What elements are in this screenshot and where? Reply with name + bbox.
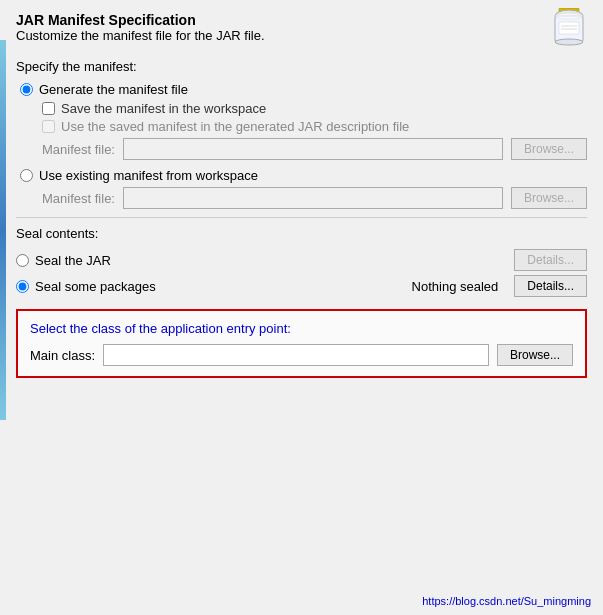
manifest-file-row-1: Manifest file: Browse... xyxy=(42,138,587,160)
save-manifest-label[interactable]: Save the manifest in the workspace xyxy=(61,101,266,116)
save-manifest-checkbox-row[interactable]: Save the manifest in the workspace xyxy=(42,101,587,116)
manifest-file-input-2[interactable] xyxy=(123,187,503,209)
seal-packages-right: Nothing sealed Details... xyxy=(412,275,587,297)
seal-packages-row: Seal some packages Nothing sealed Detail… xyxy=(16,275,587,297)
page-title: JAR Manifest Specification xyxy=(16,12,265,28)
header-title: JAR Manifest Specification Customize the… xyxy=(16,12,265,55)
seal-packages-details-button[interactable]: Details... xyxy=(514,275,587,297)
manifest-file-input-1[interactable] xyxy=(123,138,503,160)
jar-icon xyxy=(551,8,587,50)
seal-contents-label: Seal contents: xyxy=(16,226,587,241)
specify-manifest-label: Specify the manifest: xyxy=(16,59,587,74)
specify-manifest-section: Specify the manifest: Generate the manif… xyxy=(16,59,587,209)
browse-button-2[interactable]: Browse... xyxy=(511,187,587,209)
main-class-browse-button[interactable]: Browse... xyxy=(497,344,573,366)
main-class-input[interactable] xyxy=(103,344,489,366)
use-existing-manifest-option[interactable]: Use existing manifest from workspace xyxy=(20,168,587,183)
left-accent xyxy=(0,40,6,420)
entry-point-label: Select the class of the application entr… xyxy=(30,321,573,336)
use-saved-label: Use the saved manifest in the generated … xyxy=(61,119,409,134)
svg-rect-5 xyxy=(559,22,579,34)
main-class-row: Main class: Browse... xyxy=(30,344,573,366)
use-existing-manifest-label[interactable]: Use existing manifest from workspace xyxy=(39,168,258,183)
seal-contents-section: Seal contents: Seal the JAR Details... S… xyxy=(16,226,587,297)
seal-jar-label[interactable]: Seal the JAR xyxy=(35,253,111,268)
seal-packages-left[interactable]: Seal some packages xyxy=(16,279,156,294)
manifest-radio-group: Generate the manifest file Save the mani… xyxy=(20,82,587,209)
seal-packages-label[interactable]: Seal some packages xyxy=(35,279,156,294)
manifest-file-label-2: Manifest file: xyxy=(42,191,115,206)
seal-jar-row: Seal the JAR Details... xyxy=(16,249,587,271)
seal-jar-right: Details... xyxy=(506,249,587,271)
use-existing-manifest-radio[interactable] xyxy=(20,169,33,182)
page-description: Customize the manifest file for the JAR … xyxy=(16,28,265,43)
seal-jar-left[interactable]: Seal the JAR xyxy=(16,253,111,268)
seal-jar-radio[interactable] xyxy=(16,254,29,267)
use-saved-checkbox-row[interactable]: Use the saved manifest in the generated … xyxy=(42,119,587,134)
generate-manifest-label[interactable]: Generate the manifest file xyxy=(39,82,188,97)
generate-manifest-radio[interactable] xyxy=(20,83,33,96)
header-section: JAR Manifest Specification Customize the… xyxy=(16,12,587,55)
svg-point-3 xyxy=(555,39,583,45)
seal-jar-details-button[interactable]: Details... xyxy=(514,249,587,271)
save-manifest-checkbox[interactable] xyxy=(42,102,55,115)
manifest-file-row-2: Manifest file: Browse... xyxy=(42,187,587,209)
divider-1 xyxy=(16,217,587,218)
browse-button-1[interactable]: Browse... xyxy=(511,138,587,160)
main-container: JAR Manifest Specification Customize the… xyxy=(0,0,603,615)
generate-manifest-option[interactable]: Generate the manifest file xyxy=(20,82,587,97)
use-saved-checkbox[interactable] xyxy=(42,120,55,133)
svg-point-4 xyxy=(555,13,583,19)
manifest-file-label-1: Manifest file: xyxy=(42,142,115,157)
seal-packages-radio[interactable] xyxy=(16,280,29,293)
main-class-label: Main class: xyxy=(30,348,95,363)
entry-point-section: Select the class of the application entr… xyxy=(16,309,587,378)
nothing-sealed-text: Nothing sealed xyxy=(412,279,499,294)
watermark: https://blog.csdn.net/Su_mingming xyxy=(422,595,591,607)
